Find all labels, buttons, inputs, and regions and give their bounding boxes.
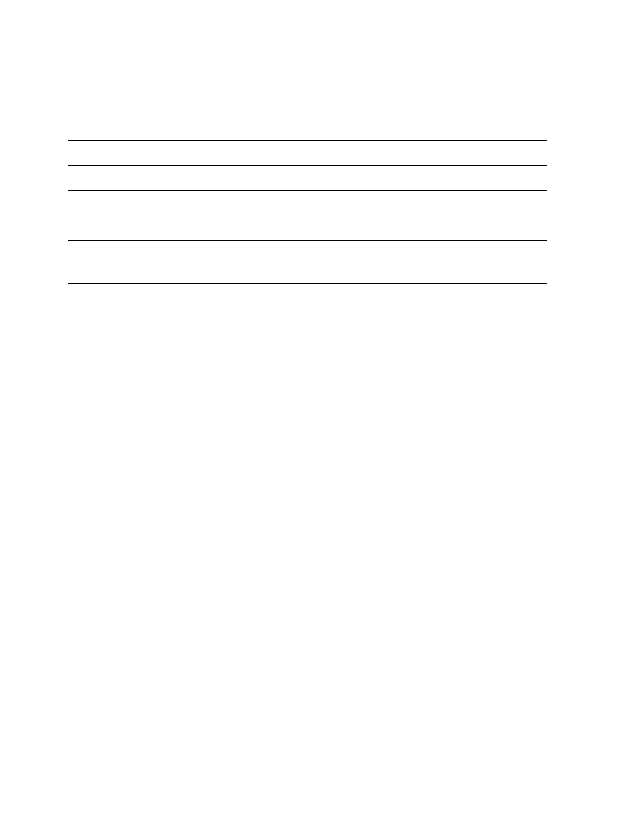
table-rule-0 <box>68 140 547 141</box>
table-rule-5 <box>68 265 547 265</box>
table-rule-2 <box>68 190 547 191</box>
table-rule-1 <box>68 165 547 166</box>
table-rule-6 <box>68 283 547 284</box>
table-rule-4 <box>68 240 547 241</box>
table-rule-3 <box>68 215 547 215</box>
